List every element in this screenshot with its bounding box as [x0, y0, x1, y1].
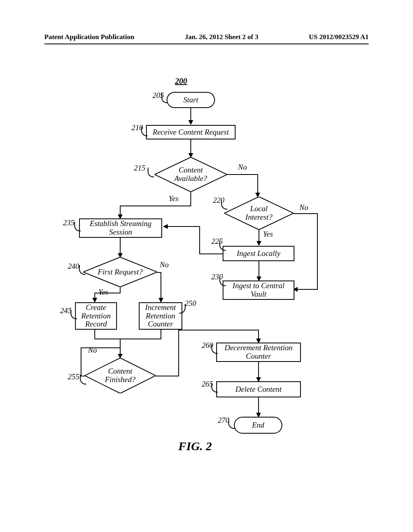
edge	[120, 287, 121, 293]
node-ingest-local: Ingest Locally	[223, 246, 294, 261]
edge	[120, 206, 121, 215]
node-increment: Increment Retention Counter	[139, 302, 182, 330]
node-ingest-central: Ingest to Central Vault	[223, 281, 294, 300]
ref-245: 245	[60, 306, 72, 315]
figure-title: FIG. 2	[178, 439, 212, 453]
edge	[120, 339, 121, 355]
node-end-text: End	[252, 421, 265, 430]
edge	[259, 261, 259, 277]
edge	[190, 139, 191, 154]
edge	[120, 238, 121, 254]
node-local-interest: Local Interest?	[224, 197, 294, 230]
arrowhead-icon	[188, 120, 193, 125]
node-available-text: Content Available?	[174, 166, 207, 183]
node-delete-text: Delete Content	[236, 385, 282, 394]
edge	[81, 347, 81, 376]
edge	[258, 330, 259, 339]
node-finished-text: Content Finished?	[105, 367, 136, 384]
edge	[199, 226, 200, 254]
node-decrement: Decerement Retention Counter	[216, 343, 301, 362]
edge	[258, 362, 259, 378]
page-header: Patent Application Publication Jan. 26, …	[0, 33, 413, 44]
ref-tick	[161, 94, 168, 103]
node-first-request-text: First Request?	[98, 268, 142, 276]
edge	[317, 213, 318, 290]
ref-tick	[148, 168, 154, 177]
figure-ref: 200	[175, 77, 187, 86]
node-establish-text: Establish Streaming Session	[90, 220, 152, 237]
edge	[190, 192, 191, 206]
edge	[94, 293, 121, 293]
edge-label-no: No	[160, 260, 169, 269]
edge	[297, 289, 318, 290]
header-right: US 2012/0023529 A1	[309, 33, 369, 41]
node-finished: Content Finished?	[85, 358, 156, 393]
node-delete: Delete Content	[216, 381, 301, 397]
ref-tick	[71, 310, 77, 319]
arrowhead-icon	[163, 224, 168, 229]
edge	[161, 272, 161, 299]
node-start: Start	[167, 92, 215, 108]
edge-label-no: No	[299, 203, 308, 212]
edge	[294, 213, 318, 214]
edge-label-yes: Yes	[98, 288, 108, 297]
node-local-interest-text: Local Interest?	[246, 205, 273, 222]
ref-tick	[219, 276, 226, 286]
node-increment-text: Increment Retention Counter	[145, 303, 176, 329]
node-start-text: Start	[184, 96, 198, 104]
edge	[178, 330, 179, 376]
ref-tick	[219, 241, 226, 251]
header-center: Jan. 26, 2012 Sheet 2 of 3	[185, 33, 258, 41]
node-receive: Receive Content Request	[146, 125, 236, 139]
ref-tick	[211, 383, 218, 393]
ref-tick	[79, 265, 86, 275]
edge	[156, 376, 179, 376]
node-create-record-text: Create Retention Record	[81, 303, 111, 329]
edge	[94, 339, 161, 339]
ref-tick	[221, 200, 227, 210]
node-available: Content Available?	[154, 157, 227, 192]
ref-tick	[74, 222, 81, 231]
ref-tick	[141, 127, 148, 136]
edge-label-yes: Yes	[169, 194, 179, 203]
edge	[120, 206, 191, 206]
edge-label-no: No	[238, 163, 247, 172]
edge	[94, 330, 95, 339]
node-first-request: First Request?	[83, 257, 157, 287]
edge	[199, 254, 223, 254]
node-create-record: Create Retention Record	[75, 302, 117, 330]
arrowhead-icon	[257, 241, 261, 246]
ref-215: 215	[134, 164, 146, 172]
ref-tick	[228, 419, 235, 429]
flowchart: 200 Start 205 Receive Content Request 21…	[0, 77, 413, 480]
edge	[258, 397, 259, 414]
edge-label-yes: Yes	[263, 230, 273, 239]
edge	[257, 174, 258, 193]
edge	[161, 330, 161, 339]
ref-tick	[179, 304, 186, 314]
ref-255: 255	[68, 372, 79, 381]
patent-page: Patent Application Publication Jan. 26, …	[0, 0, 413, 532]
ref-270: 270	[218, 416, 229, 425]
ref-tick	[211, 344, 218, 354]
edge	[259, 230, 259, 242]
node-establish: Establish Streaming Session	[79, 218, 162, 238]
ref-235: 235	[63, 218, 75, 227]
edge	[81, 347, 120, 348]
ref-240: 240	[68, 262, 79, 271]
node-decrement-text: Decerement Retention Counter	[225, 344, 293, 361]
edge	[190, 108, 191, 121]
node-receive-text: Receive Content Request	[153, 128, 229, 137]
edge	[178, 330, 259, 330]
node-end: End	[234, 417, 282, 434]
node-ingest-local-text: Ingest Locally	[237, 249, 280, 258]
node-ingest-central-text: Ingest to Central Vault	[233, 282, 285, 299]
header-rule	[44, 44, 369, 44]
header-left: Patent Application Publication	[44, 33, 134, 41]
edge	[227, 174, 258, 175]
edge	[167, 226, 200, 227]
ref-250: 250	[185, 299, 196, 308]
